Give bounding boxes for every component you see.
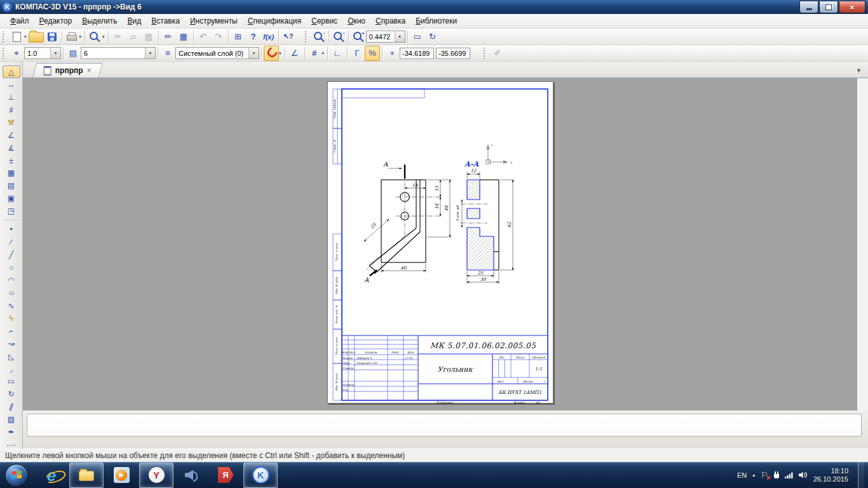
dim-48[interactable]: 48 [444,205,449,211]
tool-segment[interactable]: ╱ [3,248,20,261]
copy-properties-button[interactable]: ✏ [161,29,176,44]
print-button[interactable] [64,29,79,44]
open-document-button[interactable] [28,29,44,44]
restore-button[interactable] [819,1,838,13]
menu-file[interactable]: Файл [5,15,34,27]
dim-25[interactable]: 25 [478,271,484,276]
dim-30[interactable]: 30 [480,277,486,282]
print-preview-button[interactable] [87,29,102,44]
coordinate-x-field[interactable]: -34.6189 [400,48,434,59]
scale-value[interactable]: 1:1 [535,367,542,372]
tool-selection[interactable]: ± [3,154,20,167]
section-view-label[interactable]: А-А [465,160,480,168]
menu-insert[interactable]: Вставка [146,15,185,27]
new-document-button[interactable] [9,29,24,44]
save-document-button[interactable] [44,29,60,44]
context-help-button[interactable]: ↖? [281,29,296,44]
taskbar-internet-explorer[interactable]: e [35,463,68,487]
zoom-selection-button[interactable]: ⋯ [331,29,346,44]
tool-parameterization[interactable]: ∠ [3,129,20,142]
tool-continuous-input[interactable]: ϟ [3,312,20,325]
zoom-scale-combo[interactable]: 0.4472 ▾ [366,30,405,43]
dim-18h[interactable]: 18 [412,183,418,188]
tab-close-icon[interactable]: × [87,66,92,75]
cursor-step-combo[interactable]: 1.0 ▾ [24,47,61,59]
toolbar-grip[interactable] [484,48,487,59]
dim-holes[interactable]: 2 отв. ⌀8 [456,205,459,222]
tool-reports[interactable]: ▤ [3,179,20,192]
right-scroll-strip[interactable] [857,78,868,410]
dropdown-arrow-icon[interactable]: ▾ [322,51,325,56]
tool-editing[interactable]: ⚒ [3,116,20,129]
zoom-in-button[interactable]: + [351,29,366,44]
local-cs-button[interactable]: ∟ [330,46,345,61]
rounding-button[interactable]: % [365,46,380,61]
dim-15[interactable]: 15 [435,186,440,191]
organization[interactable]: БК НУХТ 1АМП1 [499,390,542,395]
cut-button[interactable]: ✂ [111,29,126,44]
tab-overflow-icon[interactable]: ▼ [856,67,862,74]
hatch-region[interactable] [467,208,480,219]
menu-help[interactable]: Справка [370,15,410,27]
message-panel[interactable] [27,414,862,437]
tool-insertions[interactable]: ▣ [3,192,20,205]
tab-prprpr[interactable]: прпрпр × [32,63,103,78]
zoom-frame-button[interactable]: ▫ [311,29,327,44]
tool-arc[interactable]: ◠ [3,274,20,287]
tool-dimensions[interactable]: ↔ [3,78,20,91]
start-button[interactable] [5,464,28,487]
dropdown-arrow-icon[interactable]: ▾ [102,34,105,39]
menu-libraries[interactable]: Библиотеки [410,15,462,27]
copy-button[interactable]: ▱ [126,29,141,44]
tool-measure[interactable]: ∡ [3,142,20,154]
tray-clock[interactable]: 18:10 26.10.2015 [813,467,848,484]
cursor-step-button[interactable]: ⌖ [9,46,24,61]
language-indicator[interactable]: EN [737,471,747,479]
undo-button[interactable]: ↶ [196,29,211,44]
dropdown-arrow-icon[interactable]: ▾ [79,34,82,39]
variables-button[interactable]: f(x) [261,29,276,44]
part-name[interactable]: Угольник [438,365,473,374]
taskbar-kompas-3d[interactable]: K [243,463,278,488]
current-layer-combo[interactable]: Системный слой (0) ▾ [175,47,259,59]
hatch-region[interactable] [467,180,480,200]
tool-spline[interactable]: ∿ [3,299,20,312]
taskbar-windows-explorer[interactable] [69,463,104,488]
taskbar-volume-mixer[interactable] [175,463,208,487]
tool-geometry[interactable]: △ [3,65,20,78]
action-center-icon[interactable]: ⚐✕ [761,470,768,480]
combo-arrow-icon[interactable]: ▾ [145,48,155,58]
tool-chamfer[interactable]: ◺ [3,350,20,363]
tool-local-fragments[interactable]: ◳ [3,205,20,217]
drawing-sheet-a4[interactable]: .fr{stroke:#1b2fe0;fill:none} .thk{strok… [327,81,553,403]
current-view-button[interactable]: ▤ [65,46,81,61]
tool-line[interactable]: ⌐ [3,325,20,337]
tool-designations[interactable]: ⊥ [3,91,20,104]
tool-ellipse[interactable]: ○ [0,287,23,299]
taskbar-yandex-browser[interactable]: Y [139,463,173,488]
tool-circle[interactable]: ○ [3,261,20,274]
minimize-button[interactable] [799,1,818,13]
ortho-mode-button[interactable]: Γ [349,46,365,61]
tool-point[interactable]: • [3,223,20,236]
close-button[interactable]: × [839,1,865,13]
show-document-button[interactable]: ▭ [410,29,425,44]
combo-arrow-icon[interactable]: ▾ [50,48,60,58]
layers-button[interactable]: ≡ [160,46,175,61]
tool-rectangle[interactable]: ▭ [3,376,20,388]
redo-button[interactable]: ↷ [211,29,226,44]
toolbar-grip[interactable] [305,31,309,43]
current-view-combo[interactable]: 6 ▾ [81,47,156,59]
taskbar-media-player[interactable]: ▶ [105,463,138,487]
rebuild-view-button[interactable]: ↻ [425,29,440,44]
menu-service[interactable]: Сервис [306,15,342,27]
menu-select[interactable]: Выделить [77,15,122,27]
properties-window-button[interactable]: ▦ [176,29,191,44]
menu-editor[interactable]: Редактор [34,15,78,27]
menu-window[interactable]: Окно [342,15,370,27]
tool-fill[interactable]: ✒ [3,426,20,438]
tool-specification[interactable]: ▦ [3,167,20,180]
power-plug-icon[interactable] [774,471,779,478]
dim-82[interactable]: 82 [507,222,512,227]
menu-tools[interactable]: Инструменты [185,15,243,27]
